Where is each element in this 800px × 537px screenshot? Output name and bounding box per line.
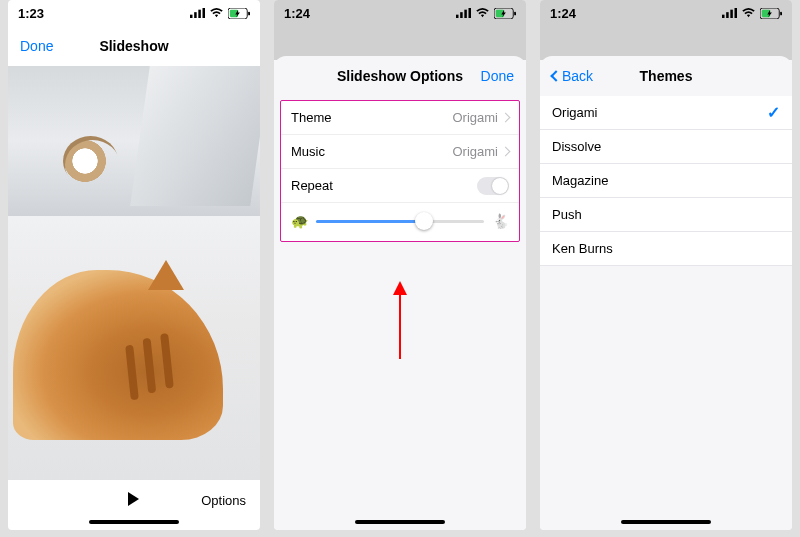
theme-value: Origami — [452, 110, 498, 125]
music-value: Origami — [452, 144, 498, 159]
theme-label: Theme — [291, 110, 331, 125]
svg-rect-19 — [735, 8, 738, 18]
done-button[interactable]: Done — [481, 68, 514, 84]
status-bar: 1:24 — [274, 0, 526, 26]
theme-option[interactable]: Origami✓ — [540, 96, 792, 130]
speed-slider-row: 🐢 🐇 — [281, 203, 519, 233]
slider-thumb[interactable] — [415, 212, 433, 230]
themes-sheet: Back Themes Origami✓DissolveMagazinePush… — [540, 56, 792, 530]
modal-backdrop: 1:24 — [540, 0, 792, 60]
battery-icon — [760, 8, 782, 19]
svg-rect-3 — [203, 8, 206, 18]
status-time: 1:24 — [550, 6, 576, 21]
nav-bar: Back Themes — [540, 56, 792, 96]
modal-backdrop: 1:24 — [274, 0, 526, 60]
done-button[interactable]: Done — [20, 38, 53, 54]
cellular-icon — [722, 8, 737, 18]
battery-icon — [228, 8, 250, 19]
theme-option[interactable]: Magazine — [540, 164, 792, 198]
wifi-icon — [209, 8, 224, 18]
repeat-label: Repeat — [291, 178, 333, 193]
svg-rect-2 — [198, 10, 201, 18]
slideshow-toolbar: Options — [8, 480, 260, 520]
battery-icon — [494, 8, 516, 19]
home-indicator[interactable] — [621, 520, 711, 524]
status-bar: 1:23 — [8, 0, 260, 26]
nav-bar: Done Slideshow — [8, 26, 260, 66]
music-row[interactable]: Music Origami — [281, 135, 519, 169]
chevron-left-icon — [550, 70, 561, 81]
turtle-icon: 🐢 — [291, 213, 308, 229]
theme-option-label: Ken Burns — [552, 241, 613, 256]
annotation-highlight: Theme Origami Music Origami Repeat 🐢 — [280, 100, 520, 242]
svg-rect-17 — [726, 12, 729, 18]
options-sheet: Slideshow Options Done Theme Origami Mus… — [274, 56, 526, 530]
svg-rect-21 — [780, 11, 782, 15]
annotation-arrow — [393, 281, 407, 361]
music-label: Music — [291, 144, 325, 159]
theme-row[interactable]: Theme Origami — [281, 101, 519, 135]
chevron-right-icon — [501, 113, 511, 123]
svg-rect-16 — [722, 15, 725, 18]
status-time: 1:23 — [18, 6, 44, 21]
options-button[interactable]: Options — [201, 493, 246, 508]
svg-rect-0 — [190, 15, 193, 18]
svg-rect-18 — [730, 10, 733, 18]
theme-option-label: Origami — [552, 105, 598, 120]
svg-rect-9 — [464, 10, 467, 18]
theme-option-label: Magazine — [552, 173, 608, 188]
theme-option-label: Push — [552, 207, 582, 222]
svg-rect-12 — [514, 11, 516, 15]
svg-rect-5 — [248, 11, 250, 15]
rabbit-icon: 🐇 — [492, 213, 509, 229]
nav-bar: Slideshow Options Done — [274, 56, 526, 96]
status-right — [456, 8, 516, 19]
wifi-icon — [475, 8, 490, 18]
home-indicator[interactable] — [355, 520, 445, 524]
play-button[interactable] — [125, 491, 141, 510]
home-indicator[interactable] — [89, 520, 179, 524]
svg-marker-15 — [393, 281, 407, 295]
svg-rect-7 — [456, 15, 459, 18]
slideshow-image-bottom — [8, 216, 260, 480]
status-bar: 1:24 — [540, 0, 792, 26]
wifi-icon — [741, 8, 756, 18]
svg-rect-8 — [460, 12, 463, 18]
svg-rect-10 — [469, 8, 472, 18]
chevron-right-icon — [501, 147, 511, 157]
theme-option[interactable]: Ken Burns — [540, 232, 792, 266]
back-label: Back — [562, 68, 593, 84]
speed-slider[interactable] — [316, 220, 484, 223]
slideshow-image-top — [8, 66, 260, 216]
status-time: 1:24 — [284, 6, 310, 21]
checkmark-icon: ✓ — [767, 103, 780, 122]
repeat-toggle[interactable] — [477, 177, 509, 195]
slider-fill — [316, 220, 424, 223]
themes-list: Origami✓DissolveMagazinePushKen Burns — [540, 96, 792, 266]
theme-option[interactable]: Push — [540, 198, 792, 232]
cellular-icon — [456, 8, 471, 18]
theme-option[interactable]: Dissolve — [540, 130, 792, 164]
back-button[interactable]: Back — [552, 68, 593, 84]
status-right — [722, 8, 782, 19]
theme-option-label: Dissolve — [552, 139, 601, 154]
phone-slideshow: 1:23 Done Slideshow Options — [8, 0, 260, 530]
play-icon — [125, 491, 141, 507]
phone-slideshow-options: 1:24 Slideshow Options Done Theme Origam… — [274, 0, 526, 530]
svg-rect-1 — [194, 12, 197, 18]
cellular-icon — [190, 8, 205, 18]
repeat-row: Repeat — [281, 169, 519, 203]
status-right — [190, 8, 250, 19]
phone-themes: 1:24 Back Themes Origami✓DissolveMagazin… — [540, 0, 792, 530]
